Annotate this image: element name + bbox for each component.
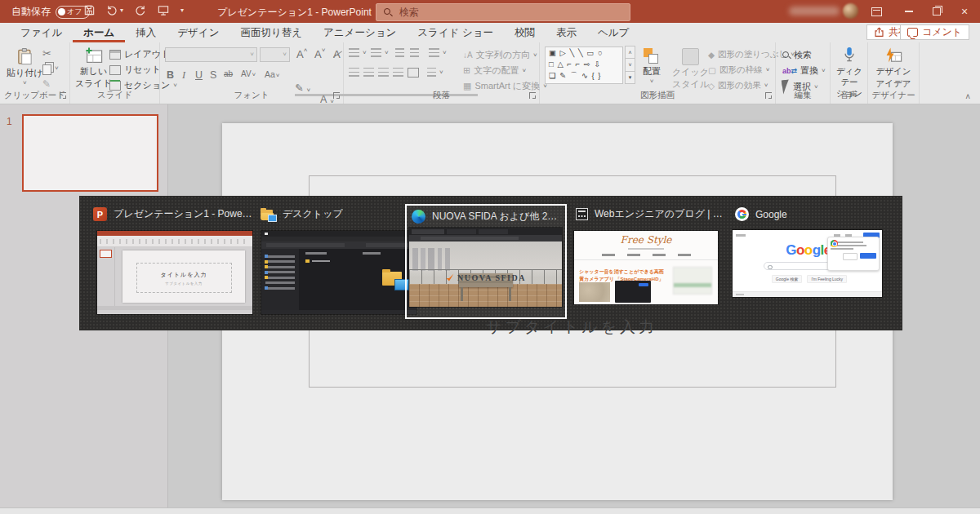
decrease-font-button[interactable]: A˅ (314, 48, 325, 60)
start-slideshow-button[interactable] (157, 4, 170, 16)
bullets-button[interactable]: ˅ (349, 48, 367, 57)
paste-button[interactable]: 貼り付け ˅ (7, 47, 43, 86)
increase-font-button[interactable]: A˄ (296, 48, 307, 60)
gallery-scroll-down[interactable]: ˅ (625, 58, 635, 71)
cut-button[interactable]: ✂ (42, 47, 51, 60)
gallery-scroll-up[interactable]: ˄ (625, 46, 635, 59)
character-spacing-button[interactable]: AV˅ (241, 69, 256, 78)
subtitle-placeholder-text[interactable]: サブタイトルを入力 (309, 317, 835, 338)
underline-button[interactable]: U (195, 69, 203, 81)
save-button[interactable] (83, 4, 96, 16)
align-right-button[interactable] (378, 68, 389, 77)
status-bar (0, 507, 980, 514)
arrange-button[interactable]: 配置 ˅ (643, 48, 661, 85)
slide-1-thumbnail[interactable] (22, 114, 158, 192)
tab-help[interactable]: ヘルプ (587, 23, 639, 42)
window-thumbnail-edge[interactable]: NUOVA SFIDA (409, 228, 562, 307)
tab-home[interactable]: ホーム (73, 23, 125, 42)
tab-view[interactable]: 表示 (546, 23, 587, 42)
switcher-item-blog[interactable]: Webエンジニアのブログ | Free Style (576, 206, 723, 222)
tab-review[interactable]: 校閲 (504, 23, 546, 42)
autosave-state: オフ (67, 7, 82, 17)
format-painter-icon: ✎ (42, 78, 51, 90)
align-left-button[interactable] (349, 68, 359, 77)
justify-button[interactable] (393, 68, 403, 77)
font-name-combo[interactable]: ˅ (165, 47, 257, 62)
shapes-gallery[interactable]: ▣ ▷ ╲ ╲ ▭ ○ □ △ ⌐ ⌐ ⇨ ⇩ ❏ ✎ ⌒ ∿ { } (545, 47, 623, 84)
group-drawing: ▣ ▷ ╲ ╲ ▭ ○ □ △ ⌐ ⌐ ⇨ ⇩ ❏ ✎ ⌒ ∿ { } ˄ ˅ … (540, 42, 776, 104)
folder-icon (261, 208, 276, 221)
window-thumbnail-google[interactable]: Google Google 検索 I'm Feeling Lucky (733, 230, 882, 297)
tab-insert[interactable]: 挿入 (125, 23, 167, 42)
user-name-blurred (789, 7, 840, 16)
switcher-item-edge-selected[interactable]: NUOVA SFIDA および他 2 ページ -... NUOVA SFIDA (405, 204, 567, 319)
bold-button[interactable]: B (167, 69, 174, 81)
line-spacing-button[interactable]: ˅ (429, 48, 447, 57)
align-text-button[interactable]: ⊞文字の配置˅ (463, 64, 526, 77)
customize-qat-caret[interactable]: ▾ (180, 7, 184, 14)
replace-button[interactable]: ab⇄置換˅ (782, 64, 826, 77)
section-icon (109, 81, 121, 91)
font-size-combo[interactable]: ˅ (260, 47, 290, 62)
font-dialog-launcher[interactable] (333, 92, 340, 99)
reset-icon (109, 65, 121, 75)
redo-button[interactable] (134, 4, 146, 16)
tab-file[interactable]: ファイル (10, 23, 73, 42)
italic-button[interactable]: I (182, 69, 185, 82)
comment-button[interactable]: コメント (900, 24, 969, 40)
increase-indent-button[interactable] (410, 48, 419, 57)
shape-outline-button[interactable]: ▢図形の枠線˅ (708, 64, 769, 76)
shapes-row-3[interactable]: ❏ ✎ ⌒ ∿ { } (549, 70, 622, 82)
drawing-dialog-launcher[interactable] (765, 92, 772, 99)
find-button[interactable]: 検索 (782, 49, 812, 61)
change-case-button[interactable]: Aa˅ (265, 69, 280, 79)
shape-outline-icon: ▢ (708, 65, 716, 75)
find-icon (782, 51, 791, 60)
shapes-gallery-scroll: ˄ ˅ ▾ (625, 47, 635, 84)
format-painter-button[interactable]: ✎ (42, 78, 51, 90)
ribbon-display-options-button[interactable] (862, 0, 890, 23)
user-avatar[interactable] (843, 3, 858, 19)
tab-animations[interactable]: アニメーション (313, 23, 407, 42)
window-thumbnail-blog[interactable]: Free Style シャッター音を消すことができる高画質カメラアプリ 「Sta… (574, 231, 718, 304)
new-slide-button[interactable]: 新しい スライド (75, 47, 112, 89)
minimize-button[interactable] (895, 0, 923, 23)
search-box[interactable] (376, 3, 630, 21)
paragraph-dialog-launcher[interactable] (529, 92, 536, 99)
shapes-row-1[interactable]: ▣ ▷ ╲ ╲ ▭ ○ (549, 47, 622, 59)
text-shadow-button[interactable]: S (210, 69, 216, 81)
strikethrough-button[interactable]: ab (224, 69, 233, 78)
group-designer: デザイン アイデア デザイナー (868, 42, 920, 104)
window-thumbnail-powerpoint[interactable]: タイトルを入力 サブタイトルを入力 (97, 231, 252, 314)
shapes-row-2[interactable]: □ △ ⌐ ⌐ ⇨ ⇩ (549, 59, 622, 70)
switcher-item-google[interactable]: Google (735, 206, 787, 222)
switcher-item-desktop[interactable]: デスクトップ (261, 206, 343, 222)
restore-button[interactable] (923, 0, 951, 23)
gallery-more[interactable]: ▾ (625, 71, 635, 84)
quick-styles-button[interactable]: クイック スタイル (672, 48, 709, 90)
reset-button[interactable]: リセット (109, 64, 161, 76)
collapse-ribbon-button[interactable]: ˄ (965, 92, 970, 101)
switcher-item-powerpoint[interactable]: P プレゼンテーション1 - PowerPoint (93, 206, 255, 222)
text-direction-button[interactable]: ↓A文字列の方向˅ (463, 49, 537, 61)
design-ideas-button[interactable]: デザイン アイデア (873, 47, 914, 88)
undo-button[interactable]: ▾ (106, 4, 123, 16)
tab-transitions[interactable]: 画面切り替え (229, 23, 313, 42)
tab-slideshow[interactable]: スライド ショー (407, 23, 504, 42)
distribute-button[interactable] (408, 68, 419, 78)
decrease-indent-button[interactable] (395, 48, 404, 57)
clipboard-dialog-launcher[interactable] (60, 92, 66, 99)
search-input[interactable] (398, 6, 622, 19)
close-button[interactable]: × (951, 0, 978, 23)
align-center-button[interactable] (363, 68, 374, 77)
numbering-button[interactable]: ˅ (371, 48, 389, 57)
decrease-indent-icon (395, 48, 404, 57)
undo-dropdown-caret[interactable]: ▾ (120, 7, 123, 14)
copy-button[interactable]: ˅ (42, 62, 59, 75)
window-thumbnail-explorer[interactable] (261, 231, 416, 314)
replace-icon: ab⇄ (782, 67, 797, 75)
save-icon (83, 4, 96, 16)
line-spacing-icon (429, 48, 439, 57)
columns-button[interactable]: ˅ (427, 68, 443, 77)
tab-design[interactable]: デザイン (167, 23, 229, 42)
